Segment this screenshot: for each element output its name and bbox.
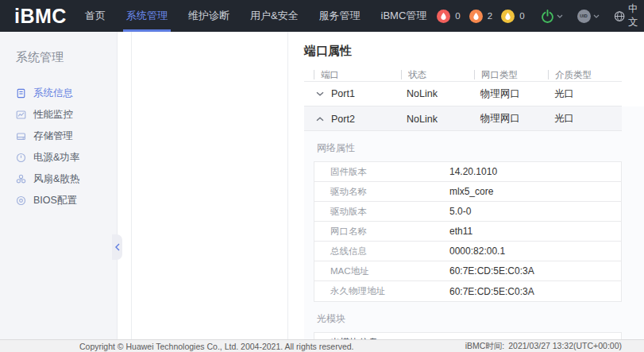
- uid-dropdown[interactable]: UID: [577, 10, 600, 23]
- column-header-status: 状态: [401, 70, 474, 79]
- chevron-down-icon: [593, 14, 600, 18]
- ibmc-time-label: iBMC时间:: [465, 341, 505, 352]
- sidebar-item-label: 电源&功率: [33, 151, 79, 164]
- chevron-down-icon: [557, 14, 563, 18]
- ibmc-app: iBMC 首页 系统管理 维护诊断 用户&安全 服务管理 iBMC管理 0 2: [0, 0, 644, 352]
- ports-table: 端口 状态 网口类型 介质类型 Port1 NoLink 物理网口 光口: [304, 68, 622, 106]
- port-properties-panel: 端口属性 端口 状态 网口类型 介质类型 Port1 NoLink 物理网口: [287, 32, 644, 339]
- chevron-down-icon[interactable]: [316, 91, 324, 96]
- sidebar-item-label: 风扇&散热: [33, 172, 79, 186]
- optical-module-section-title: 光模块: [317, 312, 644, 326]
- menu-item-user-security[interactable]: 用户&安全: [240, 0, 309, 32]
- network-attrs-section-title: 网络属性: [317, 141, 644, 155]
- alarm-critical-badge[interactable]: 0: [437, 10, 460, 23]
- menu-item-service-management[interactable]: 服务管理: [309, 0, 371, 32]
- port2-expanded-block: Port2 NoLink 物理网口 光口 网络属性 固件版本 14.20.101…: [304, 106, 644, 339]
- menu-item-system-management[interactable]: 系统管理: [116, 0, 178, 32]
- column-header-port: 端口: [314, 70, 401, 79]
- column-header-media-type: 介质类型: [548, 70, 622, 79]
- menu-item-home[interactable]: 首页: [75, 0, 116, 32]
- language-dropdown[interactable]: 中文: [614, 2, 644, 29]
- sidebar-item-label: 性能监控: [33, 108, 73, 122]
- ports-table-header: 端口 状态 网口类型 介质类型: [304, 68, 622, 82]
- power-icon: [541, 10, 554, 23]
- sidebar-title: 系统管理: [0, 32, 117, 65]
- optical-module-info-header: 光模块信息: [314, 333, 621, 339]
- kv-row-bus-info: 总线信息 0000:82:00.1: [314, 242, 621, 261]
- table-row-port1[interactable]: Port1 NoLink 物理网口 光口: [304, 82, 622, 106]
- sidebar-item-label: 系统信息: [33, 87, 73, 100]
- ibmc-time: iBMC时间: 2021/03/27 13:32(UTC+00:00): [465, 341, 622, 352]
- uid-icon: UID: [577, 10, 591, 23]
- navbar-right-tools: 0 2 0 UID: [437, 2, 644, 29]
- major-alarm-icon: [469, 10, 483, 23]
- minor-alarm-count: 0: [519, 11, 524, 21]
- storage-icon: [16, 131, 26, 141]
- chevron-left-icon: [115, 243, 120, 251]
- sidebar-item-system-info[interactable]: 系统信息: [0, 83, 117, 104]
- sidebar-item-power[interactable]: 电源&功率: [0, 147, 117, 168]
- port-type: 物理网口: [474, 87, 548, 101]
- media-type: 光口: [548, 87, 622, 101]
- kv-row-permanent-address: 永久物理地址 60:7E:CD:5E:C0:3A: [314, 281, 621, 301]
- kv-row-mac-address: MAC地址 60:7E:CD:5E:C0:3A: [314, 261, 621, 281]
- kv-row-firmware-version: 固件版本 14.20.1010: [314, 162, 621, 182]
- sidebar-item-label: BIOS配置: [33, 194, 77, 207]
- kv-row-driver-version: 驱动版本 5.0-0: [314, 202, 621, 222]
- alarm-minor-badge[interactable]: 0: [501, 10, 524, 23]
- sidebar-item-fan-cooling[interactable]: 风扇&散热: [0, 168, 117, 190]
- chart-icon: [16, 110, 26, 120]
- sidebar: 系统管理 系统信息 性能监控 存储管理 电源&功率: [0, 32, 118, 339]
- top-navbar: iBMC 首页 系统管理 维护诊断 用户&安全 服务管理 iBMC管理 0 2: [0, 0, 644, 32]
- page-title: 端口属性: [304, 44, 352, 59]
- language-label: 中文: [628, 2, 644, 29]
- port-status: NoLink: [401, 114, 474, 125]
- sidebar-item-label: 存储管理: [33, 130, 73, 143]
- page-shell: 系统管理 系统信息 性能监控 存储管理 电源&功率: [0, 32, 644, 339]
- chevron-up-icon[interactable]: [316, 117, 324, 122]
- gear-icon: [16, 195, 26, 206]
- sidebar-item-storage-management[interactable]: 存储管理: [0, 126, 117, 147]
- sidebar-item-bios-config[interactable]: BIOS配置: [0, 190, 117, 211]
- kv-row-driver-name: 驱动名称 mlx5_core: [314, 182, 621, 202]
- port-name: Port1: [331, 88, 355, 99]
- sidebar-item-performance-monitor[interactable]: 性能监控: [0, 104, 117, 126]
- minor-alarm-icon: [501, 10, 515, 23]
- column-header-port-type: 网口类型: [474, 70, 548, 79]
- sidebar-collapse-toggle[interactable]: [112, 234, 122, 260]
- optical-module-table: 光模块信息 厂商 WTD 序列号 HN205200110043: [314, 332, 622, 339]
- major-alarm-count: 2: [488, 11, 492, 21]
- main-menu: 首页 系统管理 维护诊断 用户&安全 服务管理 iBMC管理: [75, 0, 437, 32]
- ibmc-logo: iBMC: [14, 5, 67, 28]
- file-icon: [16, 88, 26, 99]
- table-row-port2[interactable]: Port2 NoLink 物理网口 光口: [304, 106, 622, 131]
- alarm-major-badge[interactable]: 2: [469, 10, 492, 23]
- port-name: Port2: [331, 114, 355, 125]
- port-type: 物理网口: [474, 112, 548, 126]
- panel-divider: [131, 32, 132, 339]
- port-status: NoLink: [401, 88, 474, 99]
- menu-item-ibmc-management[interactable]: iBMC管理: [371, 0, 438, 32]
- footer: Copyright © Huawei Technologies Co., Ltd…: [0, 339, 644, 352]
- network-attrs-table: 固件版本 14.20.1010 驱动名称 mlx5_core 驱动版本 5.0-…: [314, 161, 622, 302]
- copyright-text: Copyright © Huawei Technologies Co., Ltd…: [79, 342, 354, 351]
- globe-icon: [614, 10, 625, 23]
- power-control-dropdown[interactable]: [541, 10, 563, 23]
- kv-row-port-name: 网口名称 eth11: [314, 222, 621, 242]
- critical-alarm-icon: [437, 10, 450, 23]
- critical-alarm-count: 0: [455, 11, 460, 21]
- ibmc-time-value: 2021/03/27 13:32(UTC+00:00): [508, 341, 622, 352]
- fan-icon: [16, 174, 26, 184]
- power-icon: [16, 153, 26, 163]
- media-type: 光口: [548, 112, 622, 126]
- menu-item-maintenance-diagnosis[interactable]: 维护诊断: [178, 0, 240, 32]
